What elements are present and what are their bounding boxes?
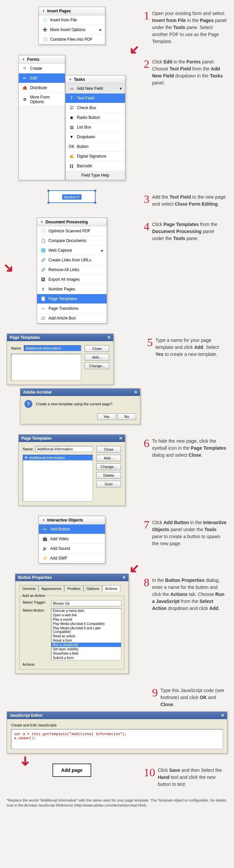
select-action-list[interactable]: Execute a menu item Open a web link Play… <box>51 608 121 660</box>
step-description: To hide the new page, click the eyeball … <box>152 438 227 459</box>
arrow-icon: ➜ <box>18 755 33 767</box>
signature-icon: ✍ <box>69 154 74 159</box>
step-description: In the Button Properties dialog, enter a… <box>152 577 227 612</box>
text-field-placeholder[interactable]: Section F <box>48 190 96 203</box>
gear-icon: ⚙ <box>22 97 27 102</box>
yes-button[interactable]: Yes <box>97 413 116 420</box>
step-description: Click Add Button in the Interactive Obje… <box>152 519 227 547</box>
button-properties-dialog: Button Properties✕ GeneralAppearancePosi… <box>15 574 129 674</box>
step-description: Click Page Templates from the Document P… <box>152 221 227 242</box>
step-description: Click Save and then Select the Hand tool… <box>158 767 227 788</box>
step-description: Add the Text Field to the new page and s… <box>152 194 227 208</box>
add-new-field[interactable]: ▭Add New Field▾ <box>65 84 125 93</box>
delete-button[interactable]: Delete <box>96 472 121 479</box>
optimize-scanned[interactable]: 📄Optimize Scanned PDF <box>37 226 107 236</box>
field-barcode[interactable]: ‖‖Barcode <box>65 161 125 171</box>
template-name-input[interactable] <box>24 345 81 351</box>
swf-icon: ⚡ <box>42 556 48 561</box>
create-links[interactable]: 🔗Create Links from URLs <box>37 255 107 265</box>
text-icon: T <box>69 95 74 101</box>
eyeball-icon[interactable]: 👁 <box>24 456 28 460</box>
question-icon: ? <box>24 400 32 408</box>
create-icon: ✎ <box>22 66 27 71</box>
add-video[interactable]: 🎬Add Video <box>39 534 105 544</box>
field-type-help[interactable]: Field Type Help <box>65 171 125 180</box>
edit-icon: ✏ <box>22 75 27 81</box>
tab-options[interactable]: Options <box>84 585 102 592</box>
web-capture[interactable]: 🌐Web Capture▸ <box>37 246 107 255</box>
add-button[interactable]: Add... <box>96 455 121 461</box>
template-icon: 📑 <box>40 296 46 302</box>
forms-distribute[interactable]: 📤Distribute <box>19 83 65 93</box>
interactive-objects-panel: Interactive Objects OKAdd Button 🎬Add Vi… <box>38 516 105 563</box>
close-button[interactable]: Close <box>85 345 109 352</box>
tab-appearance[interactable]: Appearance <box>38 585 64 592</box>
close-icon[interactable]: ✕ <box>122 575 126 580</box>
compare-docs[interactable]: 📋Compare Documents <box>37 236 107 246</box>
more-insert-options[interactable]: ➕More Insert Options▸ <box>39 25 105 35</box>
export-icon: 🖼 <box>40 277 46 282</box>
compare-icon: 📋 <box>40 238 46 243</box>
insert-from-file[interactable]: 📄Insert from File <box>39 16 105 25</box>
field-signature[interactable]: ✍Digital Signature <box>65 152 125 161</box>
add-button[interactable]: OKAdd Button <box>39 524 105 534</box>
page-templates-dialog-2: Page Templates✕ Name: 👁Additional Inform… <box>19 434 125 506</box>
page-templates[interactable]: 📑Page Templates <box>37 294 107 304</box>
step-description: Type this JavaScript code (see footnote)… <box>160 687 227 708</box>
field-button[interactable]: OKButton <box>65 142 125 152</box>
close-icon[interactable]: ✕ <box>221 713 224 718</box>
tab-general[interactable]: General <box>20 585 38 592</box>
step-description: Click Edit in the Forms panel. Choose Te… <box>152 58 227 87</box>
add-button[interactable]: Add... <box>85 354 109 361</box>
page-transitions[interactable]: ↔Page Transitions <box>37 304 107 313</box>
close-icon[interactable]: ✕ <box>107 335 111 340</box>
add-page-button[interactable]: Add page <box>53 764 91 777</box>
select-trigger[interactable]: Mouse Up <box>51 600 121 606</box>
field-radio[interactable]: ◉Radio Button <box>65 113 125 123</box>
footnote: *Replace the words "Additional Informati… <box>7 798 227 808</box>
field-text[interactable]: TText Field <box>65 93 125 103</box>
step-description: Type a name for your page template and c… <box>155 337 227 358</box>
tab-actions[interactable]: Actions <box>102 585 120 592</box>
change-button[interactable]: Change... <box>85 363 109 369</box>
add-sound[interactable]: 🔊Add Sound <box>39 544 105 554</box>
field-listbox[interactable]: ▤List Box <box>65 123 125 132</box>
unlink-icon: 🔗 <box>40 267 46 272</box>
insert-pages-panel: Insert Pages 📄Insert from File ➕More Ins… <box>38 7 105 45</box>
export-images[interactable]: 🖼Export All Images <box>37 275 107 284</box>
distribute-icon: 📤 <box>22 85 27 90</box>
field-checkbox[interactable]: ☑Check Box <box>65 103 125 113</box>
template-name-input[interactable] <box>35 446 93 452</box>
template-list[interactable] <box>11 354 81 380</box>
change-button[interactable]: Change... <box>96 463 121 470</box>
file-icon: 📄 <box>42 18 48 23</box>
close-button[interactable]: Close <box>96 446 121 453</box>
forms-create[interactable]: ✎Create <box>19 64 65 73</box>
add-article[interactable]: 📰Add Article Box <box>37 313 107 323</box>
panel-title: Insert Pages <box>47 9 71 13</box>
link-icon: 🔗 <box>40 257 46 263</box>
scan-icon: 📄 <box>40 228 46 234</box>
tab-position[interactable]: Position <box>64 585 83 592</box>
list-icon: ▤ <box>69 125 74 130</box>
number-pages[interactable]: #Number Pages <box>37 284 107 294</box>
add-swf[interactable]: ⚡Add SWF <box>39 554 105 563</box>
arrow-icon: ➜ <box>0 258 19 277</box>
dropdown-icon: ▾ <box>120 86 122 91</box>
code-editor[interactable]: var a = this.getTemplate("Additional Inf… <box>11 729 223 749</box>
no-button[interactable]: No <box>117 413 136 420</box>
remove-links[interactable]: 🔗Remove All Links <box>37 265 107 275</box>
article-icon: 📰 <box>40 315 46 321</box>
close-icon[interactable]: ✕ <box>134 390 137 395</box>
radio-icon: ◉ <box>69 115 74 120</box>
button-icon: OK <box>69 144 74 149</box>
field-icon: ▭ <box>69 86 74 91</box>
close-icon[interactable]: ✕ <box>119 436 122 441</box>
template-list[interactable]: 👁Additional Information <box>23 455 93 501</box>
forms-more[interactable]: ⚙More Form Options <box>19 93 65 106</box>
transition-icon: ↔ <box>40 306 46 311</box>
goto-button[interactable]: Goto <box>96 481 121 488</box>
forms-edit[interactable]: ✏Edit <box>19 73 65 83</box>
combine-files[interactable]: 📑Combine Files into PDF <box>39 35 105 44</box>
field-dropdown[interactable]: ▼Dropdown <box>65 132 125 142</box>
